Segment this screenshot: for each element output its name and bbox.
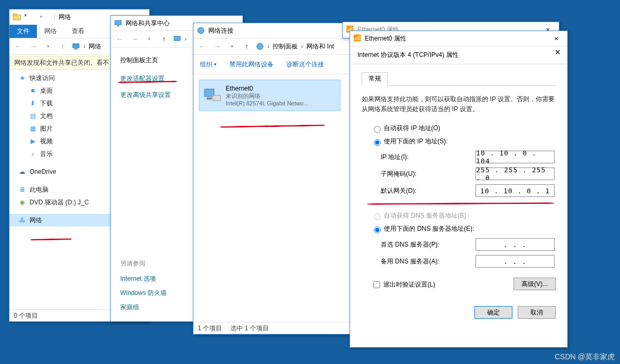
up-icon[interactable]: ↑ (241, 41, 253, 52)
breadcrumb-sep: › (83, 43, 85, 50)
svg-rect-10 (207, 97, 212, 100)
ipv4-window: 📶 Ethernet0 属性 ✕ Internet 协议版本 4 (TCP/IP… (350, 31, 568, 348)
adapter-icon (202, 86, 221, 105)
organize-menu[interactable]: 组织▾ (200, 60, 217, 69)
mask-label: 子网掩码(U): (381, 170, 476, 179)
radio-auto-dns: 自动获得 DNS 服务器地址(B) (371, 211, 556, 220)
adapter-status: 未识别的网络 (226, 92, 308, 100)
ipv4-titlebar: 📶 Ethernet0 属性 ✕ (350, 31, 567, 46)
dropdown-icon[interactable]: ▾ (42, 41, 54, 52)
gw-input[interactable]: 10 . 10 . 0 . 1 (476, 184, 555, 197)
dns2-label: 备用 DNS 服务器(A): (381, 257, 476, 266)
link-internet-options[interactable]: Internet 选项 (120, 274, 167, 283)
ethernet-card[interactable]: Ethernet0 未识别的网络 Intel(R) 82574L Gigabit… (199, 80, 341, 111)
onedrive-icon: ☁ (18, 168, 26, 176)
drive-icon: ▫ (40, 13, 49, 21)
dns1-label: 首选 DNS 服务器(P): (381, 240, 476, 249)
pc-icon: 🖥 (18, 185, 26, 194)
diagnose-button[interactable]: 诊断这个连接 (286, 60, 324, 69)
annotation-ink (220, 124, 325, 127)
ribbon-view[interactable]: 查看 (64, 25, 92, 38)
svg-rect-5 (117, 25, 119, 26)
back-icon[interactable]: ← (13, 41, 24, 52)
dropdown-icon[interactable]: ▾ (226, 41, 238, 52)
ip-label: IP 地址(I): (381, 153, 476, 162)
ip-input[interactable]: 10 . 10 . 0 . 104 (476, 151, 555, 163)
star-icon: ★ (18, 74, 26, 82)
svg-rect-6 (174, 36, 180, 41)
dns1-input[interactable]: . . . (476, 238, 555, 251)
doc-icon: ▤ (28, 112, 37, 120)
up-icon[interactable]: ↑ (158, 33, 170, 45)
download-icon: ⬇ (28, 99, 37, 107)
ethernet-icon: 📶 (353, 34, 362, 43)
adapter-model: Intel(R) 82574L Gigabit Netwo... (226, 100, 308, 106)
svg-rect-4 (115, 21, 121, 25)
gw-label: 默认网关(D): (381, 186, 476, 195)
sharing-icon (114, 19, 122, 27)
notice-text: 网络发现和文件共享已关闭。看不… (14, 58, 115, 67)
status-selected: 选中 1 个项目 (230, 324, 269, 333)
adapter-name: Ethernet0 (226, 85, 308, 92)
music-icon: ♪ (28, 150, 37, 158)
close-icon[interactable]: ✕ (548, 33, 564, 44)
connections-icon (256, 42, 264, 51)
radio-auto-ip[interactable]: 自动获得 IP 地址(O) (371, 124, 556, 133)
status-count: 1 个项目 (198, 324, 222, 333)
dropdown-icon[interactable]: ▾ (143, 33, 155, 45)
network-icon: 🖧 (18, 216, 26, 224)
ipv4-title: Internet 协议版本 4 (TCP/IPv4) 属性 (350, 46, 567, 64)
pictures-icon: ▦ (28, 124, 37, 133)
validate-checkbox[interactable] (373, 281, 380, 288)
folder-icon (13, 13, 21, 21)
network-icon (72, 42, 80, 51)
back-icon[interactable]: ← (197, 41, 208, 52)
ipv4-description: 如果网络支持此功能，则可以获取自动指派的 IP 设置。否则，你需要从网络系统管理… (362, 94, 556, 114)
ribbon-network[interactable]: 网络 (37, 25, 64, 38)
radio-manual-dns[interactable]: 使用下面的 DNS 服务器地址(E): (371, 224, 556, 233)
down-icon[interactable]: ▾ (24, 13, 33, 21)
close-icon[interactable]: ✕ (555, 48, 561, 56)
watermark: CSDN @莫非家虎 (555, 352, 615, 362)
status-text: 0 个项目 (14, 311, 38, 320)
forward-icon: → (211, 41, 223, 52)
breadcrumb-cp[interactable]: 控制面板 (273, 42, 298, 51)
sharing-icon (173, 35, 181, 43)
forward-icon: → (27, 41, 39, 52)
cancel-button[interactable]: 取消 (518, 306, 556, 319)
chevron-down-icon: ▾ (214, 62, 217, 67)
breadcrumb-network[interactable]: 网络 (89, 42, 101, 51)
advanced-button[interactable]: 高级(V)... (514, 278, 556, 290)
connections-icon (197, 26, 205, 35)
tab-strip: 常规 (362, 72, 556, 86)
link-firewall[interactable]: Windows 防火墙 (120, 289, 167, 298)
svg-rect-3 (74, 48, 78, 50)
svg-point-8 (257, 43, 263, 50)
svg-rect-11 (213, 95, 220, 101)
link-homegroup[interactable]: 家庭组 (120, 303, 167, 312)
ok-button[interactable]: 确定 (474, 306, 512, 319)
svg-rect-2 (73, 44, 79, 48)
videos-icon: ▶ (28, 137, 37, 145)
breadcrumb-net[interactable]: 网络和 Int (306, 42, 334, 51)
radio-manual-ip[interactable]: 使用下面的 IP 地址(S): (371, 137, 556, 146)
svg-point-7 (198, 27, 204, 34)
back-icon[interactable]: ← (114, 33, 125, 45)
ipv4-title-sub: Ethernet0 属性 (365, 34, 548, 43)
svg-rect-1 (13, 14, 16, 15)
disable-device-button[interactable]: 禁用此网络设备 (229, 60, 274, 69)
validate-label: 退出时验证设置(L) (383, 280, 435, 289)
forward-icon: → (129, 33, 140, 45)
dvd-icon: ◉ (18, 198, 26, 206)
desktop-icon: ■ (28, 86, 37, 95)
dns2-input[interactable]: . . . (476, 255, 555, 268)
mask-input[interactable]: 255 . 255 . 255 . 0 (476, 168, 555, 180)
up-icon[interactable]: ↑ (57, 41, 69, 52)
tab-general[interactable]: 常规 (362, 72, 388, 86)
svg-rect-9 (205, 89, 214, 96)
ribbon-file[interactable]: 文件 (9, 25, 37, 38)
see-also-header: 另请参阅 (120, 259, 167, 268)
